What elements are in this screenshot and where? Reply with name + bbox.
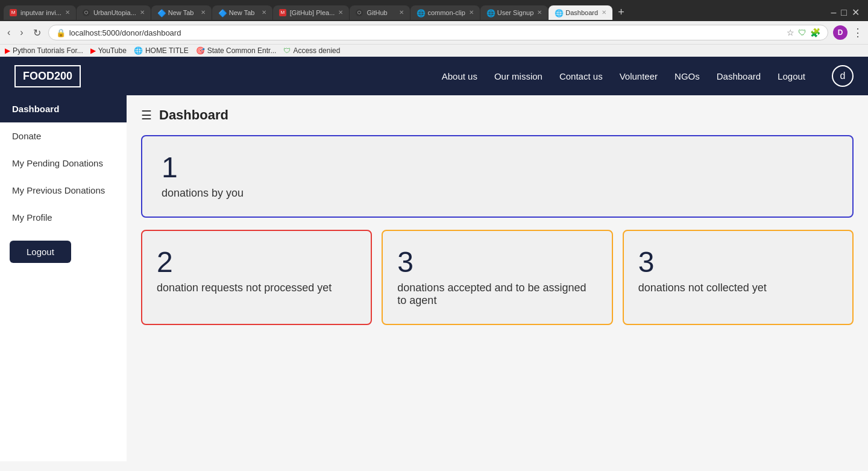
address-bar[interactable]: 🔒 localhost:5000/donor/dashboard ☆ 🛡 🧩 bbox=[48, 25, 828, 40]
shield-icon: 🛡 bbox=[798, 28, 807, 37]
tab-favicon: ⬡ bbox=[356, 9, 363, 16]
stat-card-not-collected: 3 donations not collected yet bbox=[623, 230, 854, 325]
tab-close[interactable]: ✕ bbox=[399, 9, 404, 16]
nav-contact[interactable]: Contact us bbox=[559, 71, 603, 81]
tab-label: User Signup bbox=[497, 9, 534, 16]
stat-main-number: 1 bbox=[162, 153, 833, 182]
youtube-icon: ▶ bbox=[5, 46, 10, 55]
nav-logout[interactable]: Logout bbox=[778, 71, 805, 81]
tab-label: inputvar invi... bbox=[20, 9, 61, 16]
url-text: localhost:5000/donor/dashboard bbox=[69, 28, 783, 37]
nav-about[interactable]: About us bbox=[442, 71, 477, 81]
bookmark-home[interactable]: 🌐 HOME TITLE bbox=[134, 46, 189, 55]
main-content: Dashboard Donate My Pending Donations My… bbox=[0, 95, 868, 461]
sidebar-logout-button[interactable]: Logout bbox=[10, 241, 71, 263]
tab-1[interactable]: M inputvar invi... ✕ bbox=[4, 5, 76, 20]
page-title: Dashboard bbox=[159, 107, 228, 123]
browser-chrome: M inputvar invi... ✕ ⬡ UrbanUtopia... ✕ … bbox=[0, 0, 868, 57]
tab-close[interactable]: ✕ bbox=[537, 9, 542, 16]
stat-card-accepted: 3 donations accepted and to be assigned … bbox=[382, 230, 612, 325]
maximize-button[interactable]: □ bbox=[841, 7, 847, 18]
stat-card-label-2: donations accepted and to be assigned to… bbox=[397, 282, 597, 307]
bookmarks-bar: ▶ Python Tutorials For... ▶ YouTube 🌐 HO… bbox=[0, 44, 868, 57]
tab-close[interactable]: ✕ bbox=[65, 9, 70, 16]
stats-row: 2 donation requests not processed yet 3 … bbox=[141, 230, 854, 325]
shield-bookmark-icon: 🛡 bbox=[283, 46, 291, 55]
app: FOOD200 About us Our mission Contact us … bbox=[0, 57, 868, 461]
tab-9-active[interactable]: 🌐 Dashboard ✕ bbox=[549, 5, 612, 20]
tab-favicon: 🔷 bbox=[218, 9, 225, 16]
extension-icon[interactable]: 🧩 bbox=[810, 28, 820, 37]
logo[interactable]: FOOD200 bbox=[14, 65, 81, 87]
bookmark-state[interactable]: 🎯 State Common Entr... bbox=[196, 46, 277, 55]
tab-3[interactable]: 🔷 New Tab ✕ bbox=[151, 5, 212, 20]
tab-8[interactable]: 🌐 User Signup ✕ bbox=[480, 5, 549, 20]
stat-main-label: donations by you bbox=[162, 187, 833, 200]
bookmark-python[interactable]: ▶ Python Tutorials For... bbox=[5, 46, 83, 55]
youtube-icon: ▶ bbox=[90, 46, 96, 55]
nav-mission[interactable]: Our mission bbox=[494, 71, 542, 81]
sidebar-item-donate[interactable]: Donate bbox=[0, 122, 127, 150]
new-tab-button[interactable]: + bbox=[613, 4, 629, 21]
close-button[interactable]: ✕ bbox=[852, 7, 860, 18]
tab-favicon: 🌐 bbox=[486, 9, 494, 16]
tab-label: GitHub bbox=[366, 9, 395, 16]
nav-volunteer[interactable]: Volunteer bbox=[620, 71, 658, 81]
tab-label: UrbanUtopia... bbox=[93, 9, 136, 16]
tab-7[interactable]: 🌐 common-clip ✕ bbox=[410, 5, 479, 20]
tab-close[interactable]: ✕ bbox=[602, 9, 606, 16]
tab-6[interactable]: ⬡ GitHub ✕ bbox=[350, 5, 410, 20]
tab-4[interactable]: 🔷 New Tab ✕ bbox=[212, 5, 272, 20]
back-button[interactable]: ‹ bbox=[5, 26, 13, 39]
nav-dashboard[interactable]: Dashboard bbox=[717, 71, 761, 81]
sidebar-logout: Logout bbox=[10, 241, 117, 263]
tab-favicon: 🌐 bbox=[417, 9, 424, 16]
profile-avatar[interactable]: D bbox=[833, 25, 848, 40]
tab-favicon: ⬡ bbox=[83, 9, 90, 16]
nav-ngos[interactable]: NGOs bbox=[675, 71, 700, 81]
tab-favicon: 🔷 bbox=[157, 9, 165, 16]
hamburger-icon[interactable]: ☰ bbox=[141, 108, 152, 122]
tab-close[interactable]: ✕ bbox=[201, 9, 206, 16]
sidebar-item-profile[interactable]: My Profile bbox=[0, 204, 127, 231]
sidebar-item-previous[interactable]: My Previous Donations bbox=[0, 177, 127, 204]
minimize-button[interactable]: – bbox=[831, 7, 836, 18]
tab-5[interactable]: M [GitHub] Plea... ✕ bbox=[273, 5, 350, 20]
stat-card-label-3: donations not collected yet bbox=[638, 282, 838, 294]
user-initial: d bbox=[840, 71, 846, 81]
navbar: FOOD200 About us Our mission Contact us … bbox=[0, 57, 868, 95]
tab-close[interactable]: ✕ bbox=[338, 9, 343, 16]
stat-card-number-3: 3 bbox=[638, 248, 838, 277]
address-icons: ☆ 🛡 🧩 bbox=[787, 28, 820, 37]
tab-label: common-clip bbox=[427, 9, 465, 16]
stat-card-number-1: 2 bbox=[157, 248, 356, 277]
bookmark-label: Python Tutorials For... bbox=[13, 46, 83, 55]
tab-2[interactable]: ⬡ UrbanUtopia... ✕ bbox=[77, 5, 151, 20]
tab-label: New Tab bbox=[168, 9, 197, 16]
tab-close[interactable]: ✕ bbox=[140, 9, 145, 16]
dashboard-header: ☰ Dashboard bbox=[141, 107, 854, 123]
forward-button[interactable]: › bbox=[17, 26, 25, 39]
tab-close[interactable]: ✕ bbox=[469, 9, 474, 16]
lock-icon: 🔒 bbox=[56, 28, 66, 37]
tab-close[interactable]: ✕ bbox=[262, 9, 266, 16]
user-avatar[interactable]: d bbox=[832, 65, 854, 87]
sidebar-item-dashboard[interactable]: Dashboard bbox=[0, 95, 127, 122]
bookmark-label: Access denied bbox=[293, 46, 340, 55]
address-bar-row: ‹ › ↻ 🔒 localhost:5000/donor/dashboard ☆… bbox=[0, 21, 868, 44]
bookmark-access[interactable]: 🛡 Access denied bbox=[283, 46, 340, 55]
stat-card-requests: 2 donation requests not processed yet bbox=[141, 230, 372, 325]
tab-favicon: M bbox=[279, 9, 286, 16]
tab-favicon: M bbox=[10, 9, 17, 16]
browser-menu-button[interactable]: ⋮ bbox=[852, 26, 863, 39]
stats-main-card: 1 donations by you bbox=[141, 135, 854, 218]
sidebar: Dashboard Donate My Pending Donations My… bbox=[0, 95, 127, 461]
bookmark-label: HOME TITLE bbox=[145, 46, 189, 55]
refresh-button[interactable]: ↻ bbox=[31, 26, 43, 40]
stat-card-label-1: donation requests not processed yet bbox=[157, 282, 356, 294]
bookmark-label: YouTube bbox=[98, 46, 127, 55]
sidebar-item-pending[interactable]: My Pending Donations bbox=[0, 150, 127, 177]
bookmark-star-icon[interactable]: ☆ bbox=[787, 28, 794, 37]
bookmark-youtube[interactable]: ▶ YouTube bbox=[90, 46, 127, 55]
globe-icon: 🌐 bbox=[134, 46, 143, 55]
